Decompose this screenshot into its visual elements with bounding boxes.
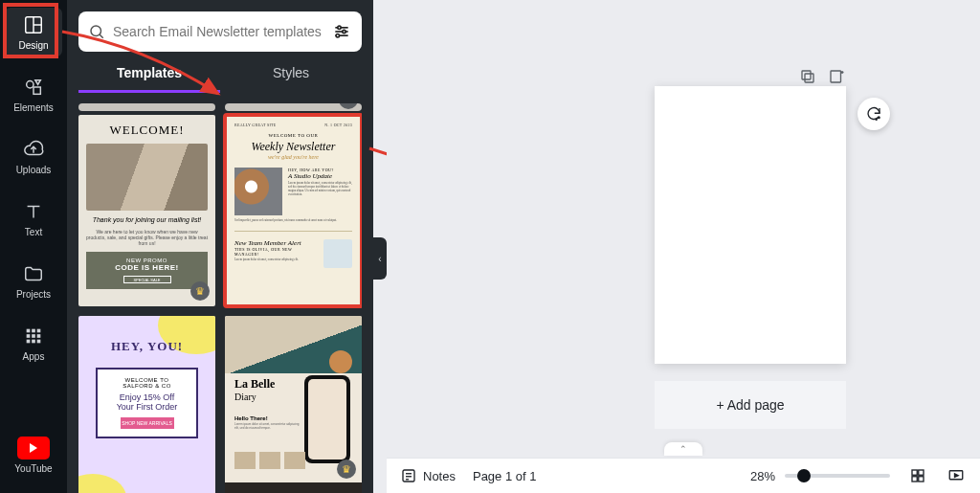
svg-rect-11: [27, 340, 31, 344]
card-promo: NEW PROMO CODE IS HERE! SPECIAL SALE: [86, 252, 208, 289]
template-card-la-belle[interactable]: La Belle Diary Hello There! Lorem ipsum …: [225, 316, 362, 493]
ai-regenerate-button[interactable]: [858, 98, 890, 130]
panel-collapse-handle[interactable]: ‹: [373, 237, 387, 280]
section-body: Lorem ipsum dolor sit amet, consectetur …: [288, 182, 352, 197]
crown-icon: ♛: [190, 281, 210, 301]
svg-point-28: [878, 117, 880, 119]
svg-rect-8: [27, 334, 31, 338]
rail-label: Design: [18, 40, 48, 51]
page-tools: [798, 67, 846, 86]
page-indicator[interactable]: Page 1 of 1: [473, 469, 537, 483]
phone-mockup: [304, 375, 350, 463]
rail-label: Apps: [23, 351, 45, 362]
card-script: we're glad you're here: [234, 154, 352, 160]
section-title: New Team Member Alert: [234, 239, 318, 247]
tab-templates[interactable]: Templates: [78, 65, 220, 93]
promo-line: WELCOME TO SALFORD & CO: [105, 377, 189, 389]
svg-line-15: [100, 34, 103, 38]
zoom-value: 28%: [750, 469, 775, 483]
rail-item-youtube[interactable]: YouTube: [5, 431, 62, 480]
section-body: Lorem ipsum dolor sit amet, consectetur …: [234, 258, 318, 262]
duplicate-page-icon[interactable]: [798, 67, 817, 86]
svg-point-3: [27, 81, 33, 88]
card-headline: WELCOME!: [86, 123, 208, 138]
rail-item-uploads[interactable]: Uploads: [5, 132, 62, 181]
page-drawer-handle[interactable]: ⌃: [664, 442, 702, 456]
template-card-welcome[interactable]: WELCOME! Thank you for joining our maili…: [78, 115, 215, 306]
add-page-icon[interactable]: [827, 67, 846, 86]
search-input[interactable]: [113, 24, 323, 39]
rail-label: YouTube: [14, 463, 52, 474]
canvas-area: + Add page ⌃: [387, 0, 980, 458]
rail-label: Elements: [13, 102, 54, 113]
svg-rect-36: [912, 477, 917, 482]
card-date: N. 1 OCT 2023: [324, 123, 352, 127]
card-image: [234, 168, 282, 215]
rail-label: Text: [25, 227, 42, 237]
card-footer: Our Social Media: [225, 482, 362, 493]
section-title: A Studio Update: [288, 172, 352, 180]
template-sliver[interactable]: ♛: [225, 103, 362, 111]
rail-item-elements[interactable]: Elements: [5, 70, 62, 119]
folder-icon: [22, 262, 45, 285]
svg-point-29: [876, 119, 877, 120]
rail-item-apps[interactable]: Apps: [5, 319, 62, 368]
template-card-weekly-newsletter[interactable]: REALLY GREAT SITE N. 1 OCT 2023 WELCOME …: [225, 115, 362, 306]
svg-rect-7: [37, 329, 41, 333]
svg-point-19: [343, 30, 345, 33]
notes-button[interactable]: Notes: [400, 467, 456, 484]
rail-item-text[interactable]: Text: [5, 194, 62, 243]
svg-point-14: [91, 26, 101, 36]
filter-icon[interactable]: [331, 21, 352, 42]
youtube-icon: [17, 437, 50, 459]
bottom-bar: Notes Page 1 of 1 28%: [387, 458, 980, 493]
left-rail: Design Elements Uploads Text Projects Ap…: [0, 0, 67, 493]
grid-view-icon[interactable]: [907, 465, 928, 486]
card-body: We are here to let you know when we have…: [86, 229, 208, 246]
layout-icon: [22, 13, 45, 36]
crown-icon: ♛: [339, 103, 358, 109]
canvas-page[interactable]: [655, 86, 846, 364]
cloud-upload-icon: [22, 138, 45, 161]
zoom-thumb[interactable]: [797, 469, 811, 482]
notes-icon: [400, 467, 417, 484]
svg-rect-5: [27, 329, 31, 333]
template-card-hey-you[interactable]: HEY, YOU! WELCOME TO SALFORD & CO Enjoy …: [78, 316, 215, 493]
grid-icon: [22, 325, 45, 347]
promo-line: CODE IS HERE!: [90, 263, 204, 272]
svg-rect-37: [919, 477, 924, 482]
svg-rect-13: [37, 340, 41, 344]
card-brand: REALLY GREAT SITE: [234, 123, 277, 127]
card-kicker: WELCOME TO OUR: [234, 133, 352, 138]
rail-label: Uploads: [16, 165, 52, 175]
svg-rect-23: [805, 74, 813, 82]
svg-rect-35: [919, 470, 924, 475]
card-headline: HEY, YOU!: [78, 339, 215, 354]
zoom-control: 28%: [750, 469, 890, 483]
promo-offer: Enjoy 15% Off Your First Order: [105, 392, 189, 412]
title-line: Diary: [234, 392, 275, 402]
template-grid: ♛ WELCOME! Thank you for joining our mai…: [78, 103, 362, 493]
title-line: La Belle: [234, 377, 275, 392]
template-sliver[interactable]: [78, 103, 215, 111]
svg-point-17: [338, 26, 341, 29]
rail-item-projects[interactable]: Projects: [5, 257, 62, 305]
section-body: Sed imperdiet, purus sed euismod pretium…: [234, 219, 352, 223]
rail-item-design[interactable]: Design: [5, 8, 62, 56]
present-icon[interactable]: [946, 465, 967, 486]
section-body: Lorem ipsum dolor sit amet, consectetur …: [234, 423, 301, 431]
svg-rect-34: [912, 470, 917, 475]
template-search[interactable]: [78, 11, 362, 52]
text-icon: [22, 200, 45, 223]
section-sub: THIS IS OLIVIA, OUR NEW MANAGER!: [234, 247, 318, 257]
add-page-button[interactable]: + Add page: [655, 381, 846, 429]
section-title: Hello There!: [234, 415, 268, 421]
zoom-slider[interactable]: [785, 474, 890, 478]
notes-label: Notes: [423, 469, 456, 483]
thumbnail-row: [234, 452, 305, 469]
tab-styles[interactable]: Styles: [220, 65, 362, 93]
svg-rect-10: [37, 334, 41, 338]
design-panel: Templates Styles ♛ WELCOME! Thank you fo…: [67, 0, 373, 493]
svg-rect-24: [802, 71, 811, 79]
rail-label: Projects: [16, 289, 51, 300]
